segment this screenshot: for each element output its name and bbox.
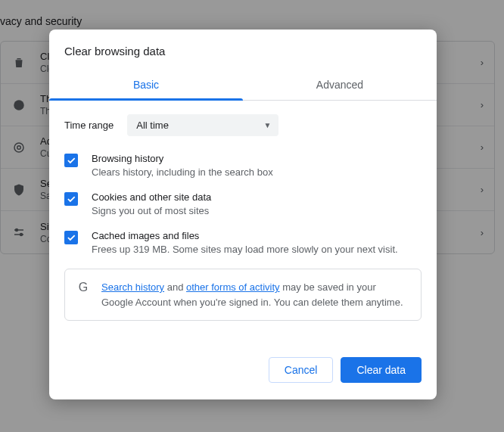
checkbox-cached[interactable] [64, 231, 78, 244]
cancel-button[interactable]: Cancel [269, 357, 334, 383]
check-icon [66, 232, 76, 243]
tab-advanced[interactable]: Advanced [243, 71, 437, 100]
dialog-title: Clear browsing data [49, 30, 437, 71]
item-description: Clears history, including in the search … [92, 166, 273, 178]
clear-data-button[interactable]: Clear data [341, 357, 422, 383]
tab-basic[interactable]: Basic [49, 71, 243, 100]
checkbox-cookies[interactable] [64, 192, 78, 206]
check-icon [66, 155, 76, 166]
google-icon: G [76, 280, 91, 295]
other-activity-link[interactable]: other forms of activity [186, 281, 280, 293]
item-title: Browsing history [92, 153, 273, 164]
clear-browsing-data-dialog: Clear browsing data Basic Advanced Time … [49, 30, 437, 399]
item-title: Cookies and other site data [92, 191, 211, 203]
search-history-link[interactable]: Search history [101, 281, 164, 293]
dialog-tabs: Basic Advanced [49, 71, 437, 101]
check-icon [66, 194, 76, 204]
item-title: Cached images and files [92, 230, 398, 241]
chevron-down-icon: ▼ [263, 121, 271, 129]
checkbox-browsing-history[interactable] [64, 154, 78, 167]
time-range-value: All time [136, 120, 169, 131]
time-range-label: Time range [64, 120, 114, 131]
google-account-notice: G Search history and other forms of acti… [64, 269, 422, 321]
time-range-select[interactable]: All time ▼ [127, 114, 278, 136]
item-description: Signs you out of most sites [92, 205, 211, 216]
item-description: Frees up 319 MB. Some sites may load mor… [92, 244, 398, 255]
